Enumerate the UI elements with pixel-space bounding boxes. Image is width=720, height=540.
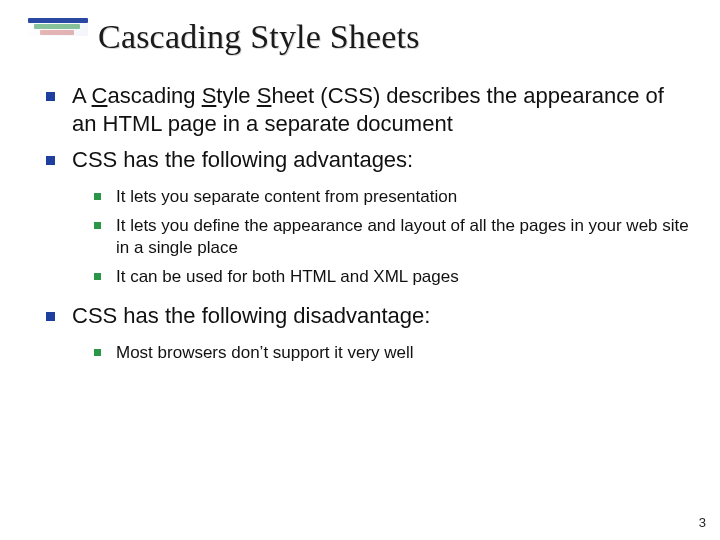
page-number: 3 <box>699 515 706 530</box>
bullet-list-level1: A Cascading Style Sheet (CSS) describes … <box>28 82 692 365</box>
bullet-2-sub-2-text: It lets you define the appearance and la… <box>116 216 689 257</box>
bullet-3-text: CSS has the following disadvantage: <box>72 303 430 328</box>
title-ornament <box>28 18 98 60</box>
bullet-1-tyle: tyle <box>216 83 256 108</box>
slide-title: Cascading Style Sheets <box>98 18 692 56</box>
bullet-1-ascading: ascading <box>107 83 201 108</box>
bullet-2-sub-3-text: It can be used for both HTML and XML pag… <box>116 267 459 286</box>
bullet-item-3: CSS has the following disadvantage: Most… <box>72 302 692 365</box>
bullet-3-sublist: Most browsers don’t support it very well <box>72 342 692 364</box>
bullet-1-C: C <box>92 83 108 108</box>
bullet-2-sub-1: It lets you separate content from presen… <box>116 186 692 208</box>
slide-content: A Cascading Style Sheet (CSS) describes … <box>28 82 692 365</box>
bullet-1-S2: S <box>257 83 272 108</box>
slide: Cascading Style Sheets A Cascading Style… <box>0 0 720 540</box>
bullet-1-text: A Cascading Style Sheet (CSS) describes … <box>72 83 664 136</box>
bullet-2-sub-2: It lets you define the appearance and la… <box>116 215 692 260</box>
bullet-1-heet: heet <box>271 83 314 108</box>
bullet-1-S1: S <box>202 83 217 108</box>
bullet-item-1: A Cascading Style Sheet (CSS) describes … <box>72 82 692 138</box>
bullet-2-sub-1-text: It lets you separate content from presen… <box>116 187 457 206</box>
bullet-1-pre: A <box>72 83 92 108</box>
bullet-2-sub-3: It can be used for both HTML and XML pag… <box>116 266 692 288</box>
title-bar: Cascading Style Sheets <box>28 18 692 56</box>
bullet-3-sub-1: Most browsers don’t support it very well <box>116 342 692 364</box>
bullet-3-sub-1-text: Most browsers don’t support it very well <box>116 343 414 362</box>
bullet-2-sublist: It lets you separate content from presen… <box>72 186 692 288</box>
bullet-item-2: CSS has the following advantages: It let… <box>72 146 692 288</box>
bullet-2-text: CSS has the following advantages: <box>72 147 413 172</box>
